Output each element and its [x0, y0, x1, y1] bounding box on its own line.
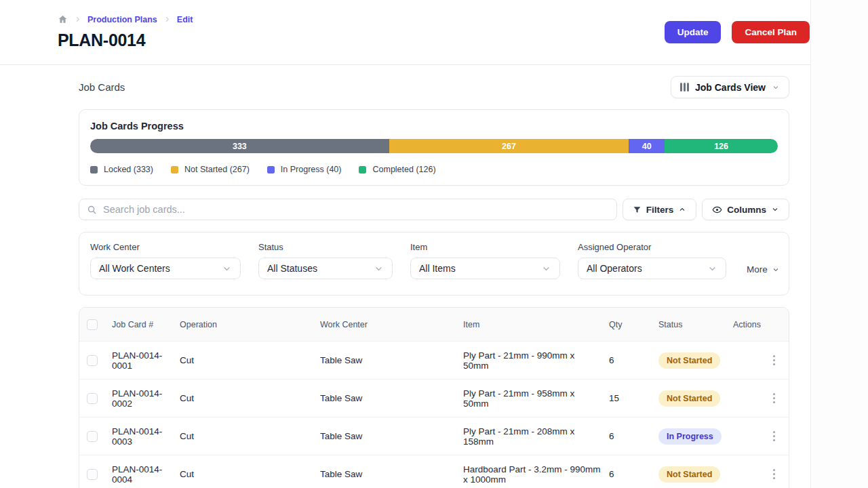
- update-button[interactable]: Update: [665, 21, 722, 43]
- search-icon: [87, 205, 97, 215]
- breadcrumb-edit[interactable]: Edit: [177, 15, 193, 24]
- legend-swatch: [359, 166, 366, 174]
- operation: Cut: [180, 431, 320, 441]
- status-badge: In Progress: [658, 428, 722, 445]
- progress-segment-completed: 126: [665, 139, 778, 153]
- cancel-plan-button[interactable]: Cancel Plan: [732, 21, 810, 43]
- table-row[interactable]: PLAN-0014-0003 Cut Table Saw Ply Part - …: [79, 418, 789, 455]
- filter-work-center: Work Center All Work Centers: [90, 242, 241, 279]
- select-value: All Work Centers: [99, 263, 170, 274]
- legend-item: In Progress (40): [267, 165, 342, 174]
- operation: Cut: [180, 393, 320, 403]
- row-menu-button[interactable]: [769, 427, 780, 446]
- chevron-down-icon: [771, 205, 779, 214]
- progress-legend: Locked (333) Not Started (267) In Progre…: [90, 165, 778, 174]
- progress-title: Job Cards Progress: [90, 121, 778, 131]
- table-row[interactable]: PLAN-0014-0004 Cut Table Saw Hardboard P…: [79, 455, 789, 488]
- select-all-checkbox[interactable]: [87, 319, 98, 330]
- chevron-up-icon: [678, 205, 686, 214]
- chevron-right-icon: [163, 16, 171, 23]
- qty: 6: [609, 431, 658, 441]
- filter-item: Item All Items: [410, 242, 560, 279]
- work-center-select[interactable]: All Work Centers: [90, 258, 241, 279]
- job-card-number: PLAN-0014-0004: [112, 464, 180, 485]
- legend-item: Completed (126): [359, 165, 435, 174]
- header-actions: Update Cancel Plan: [665, 21, 810, 43]
- row-checkbox[interactable]: [87, 431, 98, 442]
- view-selector-button[interactable]: Job Cards View: [671, 76, 789, 98]
- legend-label: Completed (126): [372, 165, 435, 174]
- legend-item: Locked (333): [90, 165, 153, 174]
- work-center: Table Saw: [320, 355, 463, 365]
- select-value: All Operators: [587, 263, 642, 274]
- row-checkbox[interactable]: [87, 469, 98, 480]
- col-actions: Actions: [733, 320, 789, 329]
- chevron-down-icon: [541, 264, 551, 274]
- progress-card: Job Cards Progress 333 267 40 126 Locked…: [79, 109, 789, 186]
- col-job-card: Job Card #: [112, 320, 180, 329]
- row-checkbox[interactable]: [87, 355, 98, 366]
- item: Hardboard Part - 3.2mm - 990mm x 1000mm: [463, 464, 609, 485]
- funnel-icon: [633, 205, 642, 214]
- select-value: All Items: [419, 263, 456, 274]
- col-work-center: Work Center: [320, 320, 463, 329]
- app-window: Production Plans Edit PLAN-0014 Update C…: [0, 0, 868, 488]
- chevron-down-icon: [222, 264, 232, 274]
- col-status: Status: [658, 320, 733, 329]
- filter-label: Status: [258, 242, 393, 252]
- job-card-number: PLAN-0014-0002: [112, 388, 180, 409]
- row-menu-button[interactable]: [769, 465, 780, 484]
- legend-item: Not Started (267): [171, 165, 250, 174]
- row-menu-button[interactable]: [769, 389, 780, 408]
- status-badge: Not Started: [658, 466, 720, 483]
- view-selector-label: Job Cards View: [695, 82, 766, 93]
- search-input[interactable]: [103, 204, 609, 215]
- table-header-row: Job Card # Operation Work Center Item Qt…: [79, 308, 789, 342]
- filter-status: Status All Statuses: [258, 242, 393, 279]
- row-checkbox[interactable]: [87, 393, 98, 404]
- col-operation: Operation: [180, 320, 320, 329]
- filters-button[interactable]: Filters: [623, 199, 697, 220]
- more-label: More: [747, 264, 768, 274]
- row-menu-button[interactable]: [769, 351, 780, 370]
- breadcrumb-production-plans[interactable]: Production Plans: [87, 15, 157, 24]
- chevron-down-icon: [772, 266, 780, 274]
- legend-label: In Progress (40): [281, 165, 342, 174]
- legend-swatch: [90, 166, 98, 174]
- work-center: Table Saw: [320, 469, 463, 479]
- item: Ply Part - 21mm - 990mm x 50mm: [463, 350, 609, 371]
- job-card-number: PLAN-0014-0003: [112, 426, 180, 447]
- chevron-down-icon: [374, 264, 384, 274]
- filter-panel: Work Center All Work Centers Status All …: [79, 232, 789, 296]
- home-icon[interactable]: [58, 14, 68, 24]
- search-box: [79, 199, 617, 220]
- chevron-down-icon: [707, 264, 717, 274]
- job-card-number: PLAN-0014-0001: [112, 350, 180, 371]
- progress-segment-locked: 333: [90, 139, 389, 153]
- columns-button[interactable]: Columns: [702, 199, 789, 220]
- chevron-down-icon: [772, 83, 780, 92]
- status-badge: Not Started: [658, 352, 720, 369]
- progress-bar: 333 267 40 126: [90, 139, 778, 153]
- legend-label: Locked (333): [104, 165, 153, 174]
- work-center: Table Saw: [320, 393, 463, 403]
- qty: 15: [609, 393, 658, 403]
- more-filters-button[interactable]: More: [747, 264, 780, 274]
- item: Ply Part - 21mm - 208mm x 158mm: [463, 426, 609, 447]
- operator-select[interactable]: All Operators: [578, 258, 726, 279]
- operation: Cut: [180, 355, 320, 365]
- columns-view-icon: [680, 83, 689, 92]
- legend-swatch: [267, 166, 275, 174]
- filter-label: Assigned Operator: [578, 242, 726, 252]
- content-area: Job Cards Job Cards View Job Cards Progr…: [0, 76, 810, 488]
- item-select[interactable]: All Items: [410, 258, 560, 279]
- table-row[interactable]: PLAN-0014-0001 Cut Table Saw Ply Part - …: [79, 342, 789, 380]
- table-row[interactable]: PLAN-0014-0002 Cut Table Saw Ply Part - …: [79, 380, 789, 418]
- status-select[interactable]: All Statuses: [258, 258, 393, 279]
- chevron-right-icon: [74, 16, 81, 23]
- filters-label: Filters: [646, 205, 674, 215]
- operation: Cut: [180, 469, 320, 479]
- right-strip: [811, 0, 868, 488]
- progress-segment-not-started: 267: [389, 139, 629, 153]
- columns-label: Columns: [727, 205, 766, 215]
